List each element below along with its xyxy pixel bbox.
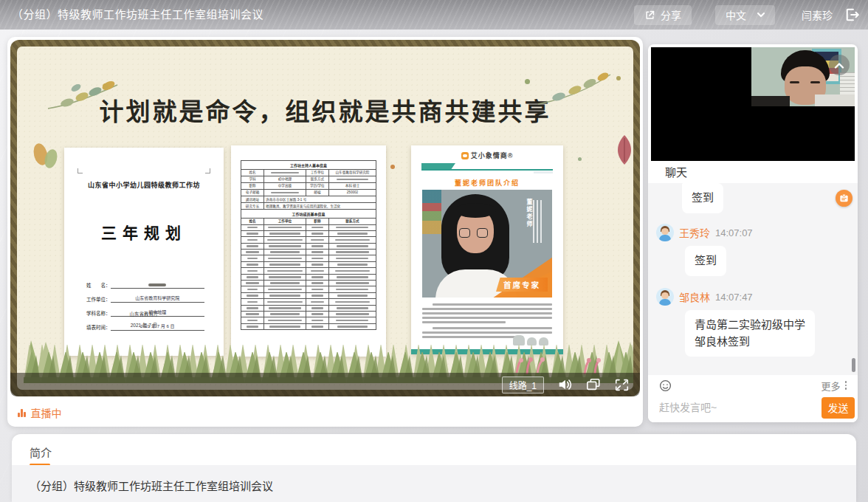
glasses-icon — [477, 228, 488, 238]
chat-input[interactable] — [659, 402, 822, 413]
cover-field: 工作单位：山东省教育科学研究院 — [86, 295, 204, 303]
wall-chart — [840, 72, 855, 94]
poster-corner-tab — [421, 163, 455, 169]
cover-field: 姓 名： — [86, 281, 204, 289]
host-info-rows: 姓名工作单位山东省教育科学研究院学科初中地理联系方式职称中学高级学历/学位本科 … — [241, 170, 376, 196]
live-status: 直播中 — [18, 402, 62, 424]
line-select-button[interactable]: 线路_1 — [502, 376, 544, 393]
collapse-video-button[interactable] — [829, 55, 850, 75]
poster-rule — [421, 169, 553, 171]
more-button[interactable]: 更多 — [821, 379, 847, 393]
smiley-icon — [659, 379, 672, 392]
chat-bubble: 签到 — [682, 183, 723, 213]
emoji-button[interactable] — [659, 379, 672, 392]
avatar — [656, 224, 674, 241]
member-row — [241, 231, 376, 237]
logout-button[interactable] — [843, 6, 862, 24]
fullscreen-icon[interactable] — [614, 378, 630, 392]
chat-bubble: 青岛第二实验初级中学邹良林签到 — [685, 310, 815, 357]
username: 闫素珍 — [802, 7, 833, 22]
member-row — [241, 324, 376, 330]
leaf-pair — [30, 135, 61, 175]
logout-icon — [844, 7, 861, 22]
photo-art-strip — [422, 190, 441, 234]
slide-frame: 计划就是命令，组织就是共商共建共享 — [10, 40, 640, 396]
presenter-brow — [790, 81, 799, 83]
table-row: 职称中学高级学历/学位本科 硕士 — [241, 183, 376, 190]
poster-title: 董妮老师团队介绍 — [411, 178, 563, 188]
message-sender: 王秀玲 — [679, 225, 710, 240]
chat-scrollbar[interactable] — [852, 358, 855, 372]
app-root: （分组）特级教师工作坊班主任工作室组培训会议 分享 中文 闫素珍 — [0, 0, 868, 502]
photo-bangs — [455, 203, 496, 218]
presenter-shoulder — [751, 96, 790, 106]
chevron-down-icon — [757, 13, 765, 18]
member-rows — [241, 225, 376, 331]
member-row — [241, 255, 376, 261]
member-row — [241, 268, 376, 274]
chat-message: 王秀玲 14:07:07 签到 — [656, 224, 850, 276]
member-row — [241, 293, 376, 299]
share-icon — [644, 10, 655, 21]
poster-paragraph — [422, 303, 552, 326]
member-row — [241, 281, 376, 286]
clipboard-icon — [839, 193, 849, 203]
decor-dot — [578, 157, 582, 161]
table-row: 电子邮箱邮编250002 — [241, 190, 376, 196]
slide-background: 计划就是命令，组织就是共商共建共享 — [17, 47, 633, 390]
intro-description: （分组）特级教师工作坊班主任工作室组培训会议 — [12, 465, 856, 493]
send-button[interactable]: 发送 — [822, 397, 855, 419]
host-wide-rows: 通讯地址济南市市中区土屋路 3-1 号研究专长地理教具、教学资源开发与应用的课程… — [241, 196, 376, 210]
member-row — [241, 262, 376, 268]
cover-footer: 山东省教育厅 2021 年 7 月 — [64, 309, 224, 331]
language-select[interactable]: 中文 — [715, 5, 775, 25]
presenter-shirt — [815, 94, 855, 106]
poster-brand: 艾小象情商® — [411, 151, 563, 160]
poster-rule-caption — [534, 171, 553, 173]
volume-icon[interactable] — [557, 377, 573, 392]
elephant-logo-icon — [461, 152, 469, 159]
member-row — [241, 299, 376, 305]
share-button[interactable]: 分享 — [634, 5, 692, 25]
chat-tabbar: 聊天 — [648, 161, 858, 183]
table-row: 通讯地址济南市市中区土屋路 3-1 号 — [241, 196, 376, 203]
presenter-video[interactable] — [651, 47, 855, 161]
leaf-vine-left — [46, 75, 120, 113]
video-controls: 线路_1 — [10, 373, 640, 396]
decor-dot — [616, 76, 621, 80]
tab-chat[interactable]: 聊天 — [665, 164, 687, 181]
signin-board-button[interactable] — [836, 190, 852, 207]
decor-dot — [103, 83, 108, 89]
live-signal-icon — [18, 409, 26, 417]
chat-message: 邹良林 14:07:47 青岛第二实验初级中学邹良林签到 — [656, 288, 850, 357]
member-row — [241, 312, 376, 317]
document-info-table: 工作坊主持人基本信息 姓名工作单位山东省教育科学研究院学科初中地理联系方式职称中… — [231, 145, 386, 357]
avatar — [656, 288, 674, 306]
member-row — [241, 275, 376, 281]
table-row: 学科初中地理联系方式 — [241, 176, 376, 183]
member-row — [241, 237, 376, 243]
member-row — [241, 306, 376, 312]
table-row: 研究专长地理教具、教学资源开发与应用的课程化、生活化 — [241, 203, 376, 210]
presenter-brow — [810, 81, 820, 83]
chat-message-list[interactable]: 签到 王秀玲 14:07:07 签到 邹良林 14:07:47 — [648, 183, 858, 375]
chat-toolbar: 更多 — [648, 375, 858, 396]
main-video[interactable]: 计划就是命令，组织就是共商共建共享 — [10, 40, 640, 396]
chat-input-row: 发送 — [648, 396, 858, 422]
table-section1-title: 工作坊主持人基本信息 — [241, 160, 376, 170]
sidebar: 聊天 签到 王秀玲 14:07:07 签到 邹良林 — [648, 44, 858, 422]
chief-expert-badge: 首席专家 — [496, 278, 548, 292]
teacher-name-vertical: 董妮老师 — [525, 199, 533, 228]
red-leaf — [613, 134, 633, 166]
teacher-photo: 董妮老师 首席专家 — [422, 190, 552, 298]
picture-in-picture-icon[interactable] — [585, 377, 602, 392]
document-teacher-poster: 艾小象情商® 董妮老师团队介绍 — [411, 145, 563, 354]
page-title: （分组）特级教师工作坊班主任工作室组培训会议 — [12, 0, 264, 30]
member-row — [241, 225, 376, 231]
intro-card: 简介 （分组）特级教师工作坊班主任工作室组培训会议 — [12, 434, 856, 502]
message-time: 14:07:07 — [715, 227, 753, 238]
member-row — [241, 244, 376, 250]
cover-title: 三年规划 — [64, 221, 224, 243]
tab-intro[interactable]: 简介 — [30, 444, 52, 460]
chat-bubble: 签到 — [685, 246, 726, 276]
